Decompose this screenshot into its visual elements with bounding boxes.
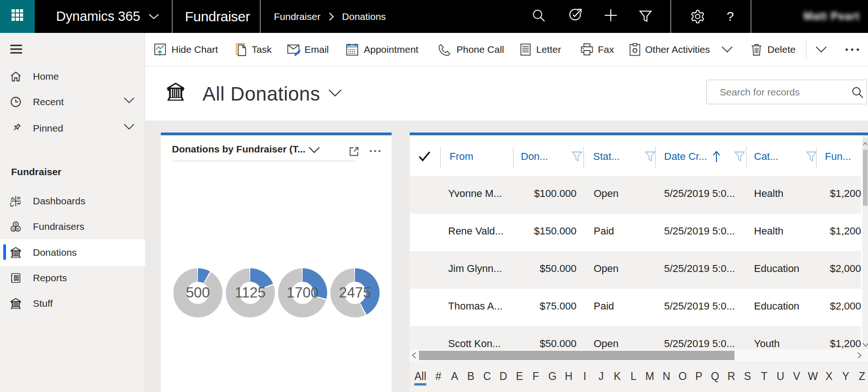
svg-text:$: $ (14, 222, 17, 227)
svg-text:€: € (12, 227, 14, 231)
svg-text:¥: ¥ (16, 227, 19, 231)
